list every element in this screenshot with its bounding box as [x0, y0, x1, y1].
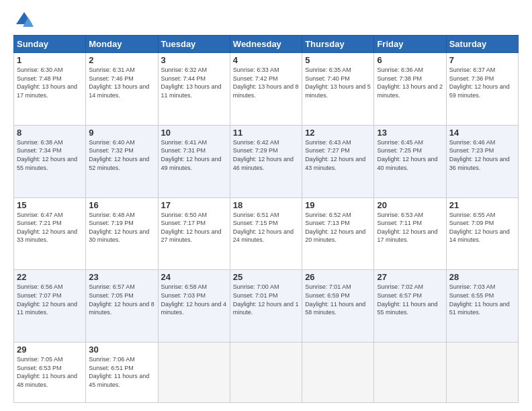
calendar-header-row: Sunday Monday Tuesday Wednesday Thursday…: [14, 36, 519, 53]
table-row: 22 Sunrise: 6:56 AMSunset: 7:07 PMDaylig…: [14, 270, 86, 342]
table-row: 15 Sunrise: 6:47 AMSunset: 7:21 PMDaylig…: [14, 197, 86, 270]
day-number: 11: [233, 128, 299, 138]
table-row: 4 Sunrise: 6:33 AMSunset: 7:42 PMDayligh…: [230, 53, 302, 126]
day-info: Sunrise: 6:38 AMSunset: 7:34 PMDaylight:…: [17, 139, 77, 171]
table-row: 26 Sunrise: 7:01 AMSunset: 6:59 PMDaylig…: [302, 270, 374, 342]
table-row: 5 Sunrise: 6:35 AMSunset: 7:40 PMDayligh…: [302, 53, 374, 126]
day-info: Sunrise: 6:36 AMSunset: 7:38 PMDaylight:…: [377, 66, 443, 99]
day-number: 25: [233, 272, 299, 282]
day-number: 20: [377, 200, 443, 210]
day-info: Sunrise: 6:43 AMSunset: 7:27 PMDaylight:…: [305, 139, 365, 171]
table-row: 6 Sunrise: 6:36 AMSunset: 7:38 PMDayligh…: [374, 53, 446, 126]
table-row: 13 Sunrise: 6:45 AMSunset: 7:25 PMDaylig…: [374, 125, 446, 197]
calendar-table: Sunday Monday Tuesday Wednesday Thursday…: [13, 35, 519, 403]
col-monday: Monday: [86, 36, 158, 53]
day-number: 7: [449, 55, 515, 65]
table-row: 21 Sunrise: 6:55 AMSunset: 7:09 PMDaylig…: [446, 197, 518, 270]
table-row: 8 Sunrise: 6:38 AMSunset: 7:34 PMDayligh…: [14, 125, 86, 197]
day-number: 3: [161, 55, 227, 65]
day-info: Sunrise: 6:35 AMSunset: 7:40 PMDaylight:…: [305, 66, 371, 99]
day-number: 13: [377, 128, 443, 138]
table-row: 27 Sunrise: 7:02 AMSunset: 6:57 PMDaylig…: [374, 270, 446, 342]
table-row: 3 Sunrise: 6:32 AMSunset: 7:44 PMDayligh…: [158, 53, 230, 126]
day-info: Sunrise: 7:02 AMSunset: 6:57 PMDaylight:…: [377, 283, 437, 316]
day-info: Sunrise: 6:45 AMSunset: 7:25 PMDaylight:…: [377, 139, 437, 171]
day-number: 21: [449, 200, 515, 210]
table-row: 11 Sunrise: 6:42 AMSunset: 7:29 PMDaylig…: [230, 125, 302, 197]
day-number: 1: [17, 55, 83, 65]
day-number: 16: [89, 200, 154, 210]
day-info: Sunrise: 6:40 AMSunset: 7:32 PMDaylight:…: [89, 139, 149, 171]
day-info: Sunrise: 7:03 AMSunset: 6:55 PMDaylight:…: [449, 283, 510, 316]
day-info: Sunrise: 6:56 AMSunset: 7:07 PMDaylight:…: [17, 283, 77, 316]
day-info: Sunrise: 6:50 AMSunset: 7:17 PMDaylight:…: [161, 212, 222, 244]
table-row: 2 Sunrise: 6:31 AMSunset: 7:46 PMDayligh…: [86, 53, 158, 126]
col-tuesday: Tuesday: [158, 36, 230, 53]
day-info: Sunrise: 6:37 AMSunset: 7:36 PMDaylight:…: [449, 66, 510, 99]
day-info: Sunrise: 7:05 AMSunset: 6:53 PMDaylight:…: [17, 356, 77, 388]
day-info: Sunrise: 6:53 AMSunset: 7:11 PMDaylight:…: [377, 212, 437, 244]
table-row: 30 Sunrise: 7:06 AMSunset: 6:51 PMDaylig…: [86, 342, 158, 403]
day-number: 8: [17, 128, 83, 138]
page: Sunday Monday Tuesday Wednesday Thursday…: [0, 0, 532, 411]
day-info: Sunrise: 6:55 AMSunset: 7:09 PMDaylight:…: [449, 212, 510, 244]
day-info: Sunrise: 6:31 AMSunset: 7:46 PMDaylight:…: [89, 66, 149, 99]
table-row: 29 Sunrise: 7:05 AMSunset: 6:53 PMDaylig…: [14, 342, 86, 403]
table-row: [230, 342, 302, 403]
col-thursday: Thursday: [302, 36, 374, 53]
day-number: 9: [89, 128, 154, 138]
table-row: 23 Sunrise: 6:57 AMSunset: 7:05 PMDaylig…: [86, 270, 158, 342]
day-number: 30: [89, 345, 154, 355]
day-number: 12: [305, 128, 371, 138]
table-row: 17 Sunrise: 6:50 AMSunset: 7:17 PMDaylig…: [158, 197, 230, 270]
day-info: Sunrise: 6:58 AMSunset: 7:03 PMDaylight:…: [161, 283, 227, 316]
calendar-week-row: 29 Sunrise: 7:05 AMSunset: 6:53 PMDaylig…: [14, 342, 519, 403]
day-number: 18: [233, 200, 299, 210]
day-info: Sunrise: 6:46 AMSunset: 7:23 PMDaylight:…: [449, 139, 510, 171]
day-number: 27: [377, 272, 443, 282]
day-info: Sunrise: 6:30 AMSunset: 7:48 PMDaylight:…: [17, 66, 77, 99]
day-number: 29: [17, 345, 83, 355]
day-number: 28: [449, 272, 515, 282]
day-info: Sunrise: 6:33 AMSunset: 7:42 PMDaylight:…: [233, 66, 299, 99]
table-row: 20 Sunrise: 6:53 AMSunset: 7:11 PMDaylig…: [374, 197, 446, 270]
table-row: 14 Sunrise: 6:46 AMSunset: 7:23 PMDaylig…: [446, 125, 518, 197]
table-row: 10 Sunrise: 6:41 AMSunset: 7:31 PMDaylig…: [158, 125, 230, 197]
calendar-week-row: 1 Sunrise: 6:30 AMSunset: 7:48 PMDayligh…: [14, 53, 519, 126]
day-number: 26: [305, 272, 371, 282]
col-saturday: Saturday: [446, 36, 518, 53]
day-number: 23: [89, 272, 154, 282]
calendar-week-row: 15 Sunrise: 6:47 AMSunset: 7:21 PMDaylig…: [14, 197, 519, 270]
table-row: 1 Sunrise: 6:30 AMSunset: 7:48 PMDayligh…: [14, 53, 86, 126]
day-info: Sunrise: 6:48 AMSunset: 7:19 PMDaylight:…: [89, 212, 149, 244]
table-row: 24 Sunrise: 6:58 AMSunset: 7:03 PMDaylig…: [158, 270, 230, 342]
day-number: 22: [17, 272, 83, 282]
day-number: 2: [89, 55, 154, 65]
day-info: Sunrise: 7:01 AMSunset: 6:59 PMDaylight:…: [305, 283, 365, 316]
table-row: 16 Sunrise: 6:48 AMSunset: 7:19 PMDaylig…: [86, 197, 158, 270]
day-number: 15: [17, 200, 83, 210]
day-number: 17: [161, 200, 227, 210]
table-row: 25 Sunrise: 7:00 AMSunset: 7:01 PMDaylig…: [230, 270, 302, 342]
day-info: Sunrise: 6:51 AMSunset: 7:15 PMDaylight:…: [233, 212, 294, 244]
table-row: [374, 342, 446, 403]
col-friday: Friday: [374, 36, 446, 53]
table-row: 12 Sunrise: 6:43 AMSunset: 7:27 PMDaylig…: [302, 125, 374, 197]
day-info: Sunrise: 7:00 AMSunset: 7:01 PMDaylight:…: [233, 283, 299, 316]
col-sunday: Sunday: [14, 36, 86, 53]
header: [13, 11, 519, 30]
col-wednesday: Wednesday: [230, 36, 302, 53]
calendar-week-row: 8 Sunrise: 6:38 AMSunset: 7:34 PMDayligh…: [14, 125, 519, 197]
day-number: 4: [233, 55, 299, 65]
logo: [13, 11, 34, 30]
day-number: 19: [305, 200, 371, 210]
day-number: 6: [377, 55, 443, 65]
table-row: 19 Sunrise: 6:52 AMSunset: 7:13 PMDaylig…: [302, 197, 374, 270]
table-row: [158, 342, 230, 403]
table-row: 28 Sunrise: 7:03 AMSunset: 6:55 PMDaylig…: [446, 270, 518, 342]
calendar-week-row: 22 Sunrise: 6:56 AMSunset: 7:07 PMDaylig…: [14, 270, 519, 342]
day-number: 5: [305, 55, 371, 65]
day-info: Sunrise: 6:41 AMSunset: 7:31 PMDaylight:…: [161, 139, 222, 171]
day-info: Sunrise: 6:42 AMSunset: 7:29 PMDaylight:…: [233, 139, 294, 171]
day-info: Sunrise: 6:52 AMSunset: 7:13 PMDaylight:…: [305, 212, 365, 244]
